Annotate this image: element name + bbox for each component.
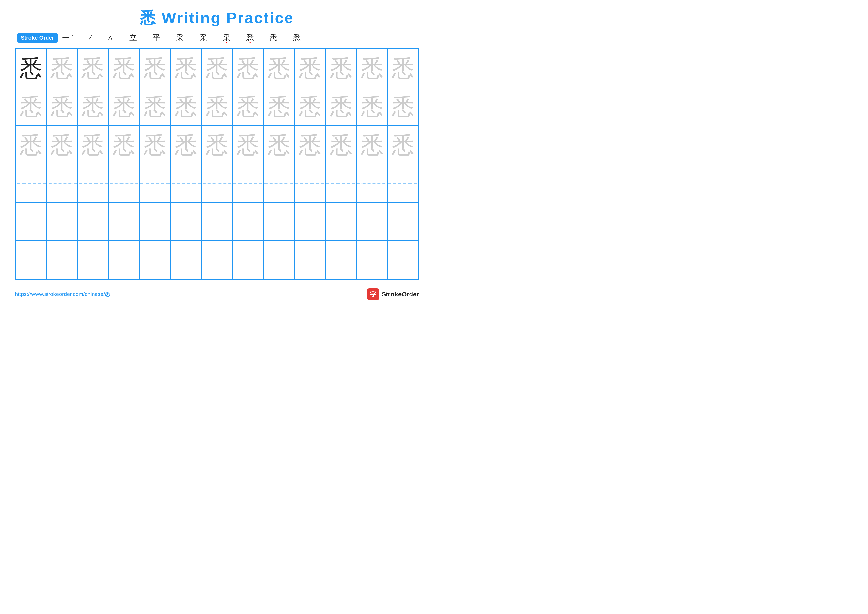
grid-cell[interactable]: 悉 [264,126,294,164]
grid-cell[interactable]: 悉 [326,87,356,126]
practice-char: 悉 [144,57,166,79]
grid-cell[interactable] [326,202,356,241]
grid-cell[interactable] [78,241,108,279]
grid-cell[interactable]: 悉 [326,126,356,164]
grid-cell[interactable]: 悉 [78,49,108,87]
practice-char: 悉 [392,95,414,118]
grid-cell[interactable] [78,202,108,241]
grid-cell[interactable] [264,241,294,279]
grid-cell[interactable]: 悉 [108,126,139,164]
grid-cell[interactable] [202,202,232,241]
grid-cell[interactable]: 悉 [170,126,202,164]
practice-char: 悉 [82,95,104,118]
grid-row-2: 悉 悉 悉 悉 悉 悉 悉 悉 悉 悉 悉 悉 悉 [16,87,418,126]
grid-cell[interactable]: 悉 [46,126,77,164]
grid-cell[interactable] [170,202,202,241]
grid-cell[interactable] [356,202,388,241]
grid-cell[interactable] [46,164,77,202]
grid-cell[interactable]: 悉 [295,126,326,164]
grid-cell[interactable] [264,202,294,241]
practice-char: 悉 [113,95,135,118]
grid-cell[interactable]: 悉 [295,87,326,126]
grid-cell[interactable] [16,241,46,279]
grid-cell[interactable] [140,164,170,202]
grid-cell[interactable] [326,241,356,279]
logo-text: StrokeOrder [381,291,419,298]
grid-cell[interactable] [295,164,326,202]
grid-row-6 [16,241,418,279]
grid-cell[interactable]: 悉 [202,126,232,164]
grid-cell[interactable] [232,241,264,279]
grid-cell[interactable] [326,164,356,202]
grid-cell[interactable]: 悉 [388,49,418,87]
grid-cell[interactable] [16,164,46,202]
grid-cell[interactable] [78,164,108,202]
practice-char: 悉 [82,57,104,79]
footer: https://www.strokeorder.com/chinese/悉 字 … [15,288,419,300]
grid-cell[interactable]: 悉 [170,87,202,126]
grid-cell[interactable]: 悉 [202,87,232,126]
grid-cell[interactable] [202,241,232,279]
practice-char: 悉 [237,134,259,156]
grid-cell[interactable] [170,241,202,279]
grid-cell[interactable]: 悉 [46,87,77,126]
grid-cell[interactable]: 悉 [356,87,388,126]
grid-cell[interactable]: 悉 [295,49,326,87]
grid-cell[interactable]: 悉 [388,87,418,126]
grid-cell[interactable] [232,164,264,202]
grid-cell[interactable] [202,164,232,202]
grid-cell[interactable]: 悉 [202,49,232,87]
grid-cell[interactable] [46,241,77,279]
grid-cell[interactable] [356,241,388,279]
grid-cell[interactable] [108,202,139,241]
grid-row-1: 悉 悉 悉 悉 悉 悉 悉 悉 悉 悉 悉 悉 悉 [16,49,418,87]
practice-char: 悉 [268,95,290,118]
grid-cell[interactable]: 悉 [108,49,139,87]
grid-cell[interactable]: 悉 [140,49,170,87]
practice-char: 悉 [330,95,352,118]
grid-cell[interactable]: 悉 [264,49,294,87]
grid-cell[interactable]: 悉 [78,87,108,126]
grid-cell[interactable]: 悉 [264,87,294,126]
practice-char: 悉 [361,95,383,118]
grid-cell[interactable]: 悉 [108,87,139,126]
grid-cell[interactable]: 悉 [326,49,356,87]
grid-cell[interactable]: 悉 [232,49,264,87]
grid-cell[interactable] [108,241,139,279]
grid-cell[interactable] [16,202,46,241]
grid-cell[interactable]: 悉 [140,87,170,126]
grid-cell[interactable] [140,241,170,279]
practice-char: 悉 [20,95,42,118]
grid-cell[interactable] [295,202,326,241]
grid-cell[interactable] [388,241,418,279]
grid-cell[interactable]: 悉 [170,49,202,87]
grid-cell[interactable] [232,202,264,241]
logo-char: 字 [370,290,377,299]
grid-cell[interactable]: 悉 [232,87,264,126]
grid-cell[interactable] [356,164,388,202]
grid-cell[interactable]: 悉 [46,49,77,87]
grid-cell[interactable]: 悉 [16,49,46,87]
grid-cell[interactable]: 悉 [16,87,46,126]
practice-char: 悉 [144,95,166,118]
grid-cell[interactable]: 悉 [356,126,388,164]
grid-cell[interactable] [170,164,202,202]
stroke-order-row: Stroke Order 一 ` ∕ ∧ 立 平 采 采 采● 悉● 悉 悉 [15,33,419,43]
practice-char: 悉 [206,57,228,79]
grid-cell[interactable] [140,202,170,241]
grid-cell[interactable]: 悉 [16,126,46,164]
grid-cell[interactable] [388,202,418,241]
grid-cell[interactable]: 悉 [78,126,108,164]
grid-cell[interactable] [46,202,77,241]
grid-cell[interactable] [295,241,326,279]
grid-cell[interactable]: 悉 [232,126,264,164]
grid-cell[interactable] [388,164,418,202]
practice-char: 悉 [299,134,321,156]
grid-cell[interactable] [264,164,294,202]
grid-cell[interactable] [108,164,139,202]
grid-cell[interactable]: 悉 [388,126,418,164]
grid-cell[interactable]: 悉 [140,126,170,164]
practice-char: 悉 [330,134,352,156]
grid-cell[interactable]: 悉 [356,49,388,87]
footer-url[interactable]: https://www.strokeorder.com/chinese/悉 [15,291,110,298]
